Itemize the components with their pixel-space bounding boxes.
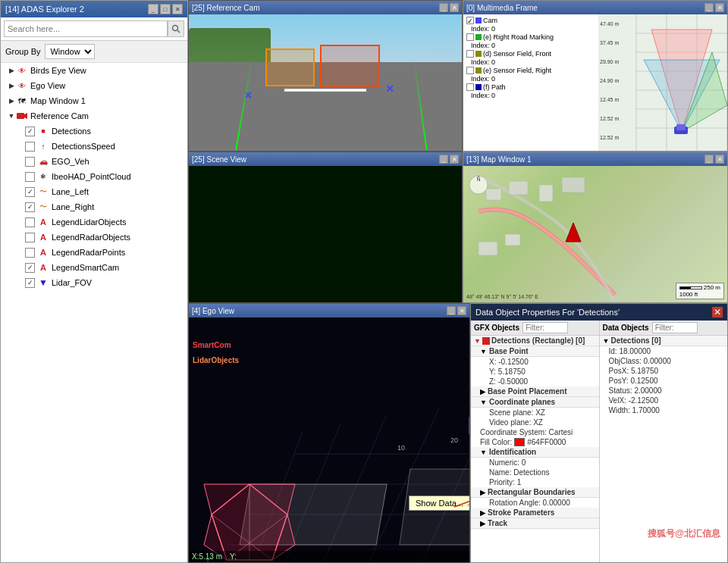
data-expand-det[interactable]: ▼ [603,337,610,345]
show-data-popup[interactable]: Show Data... ↗ [409,496,469,511]
expand-birds-eye[interactable]: ▶ [7,66,16,75]
gfx-name[interactable]: Name: Detections [471,468,599,477]
data-posy[interactable]: PosY: 0.12500 [600,376,728,386]
sidebar-item-ref-cam[interactable]: ▼ Reference Cam [1,108,187,124]
legend-radar-pts-checkbox[interactable] [25,248,35,258]
gfx-video-plane[interactable]: Video plane: XZ [471,418,599,427]
sidebar-item-detections[interactable]: ■ Detections [1,124,187,139]
data-velx[interactable]: VelX: -2.12500 [600,396,728,405]
ego-view-icon: 👁 [16,80,28,92]
gfx-coord-sys[interactable]: Coordinate System: Cartesi [471,427,599,437]
gfx-numeric[interactable]: Numeric: 0 [471,458,599,468]
gfx-expand-stroke[interactable]: ▶ [480,509,485,517]
cam-close[interactable]: ✕ [450,3,459,12]
lidar-fov-checkbox[interactable] [25,278,35,288]
mm-item-sensor-right[interactable]: (e) Sensor Field, Right [465,66,597,75]
minimize-button[interactable]: _ [148,4,158,14]
gfx-filter-input[interactable] [522,322,568,333]
map-minimize[interactable]: _ [704,155,714,164]
data-width[interactable]: Width: 1.70000 [600,405,728,415]
sidebar-item-legend-radar-obj[interactable]: A LegendRadarObjects [1,230,187,245]
gfx-detections-section[interactable]: ▼ Detections (Rectangle) [0] [471,336,599,346]
gfx-identification-section[interactable]: ▼ Identification [471,447,599,458]
gfx-coord-section[interactable]: ▼ Coordinate planes [471,397,599,408]
gfx-stroke-section[interactable]: ▶ Stroke Parameters [471,508,599,518]
legend-smart-checkbox[interactable] [25,263,35,273]
sidebar-item-legend-radar-pts[interactable]: A LegendRadarPoints [1,245,187,260]
detections-speed-checkbox[interactable] [25,142,35,152]
data-obj-class[interactable]: ObjClass: 0.00000 [600,356,728,366]
lane-left-checkbox[interactable] [25,187,35,197]
gfx-track-section[interactable]: ▶ Track [471,518,599,529]
lane-right-checkbox[interactable] [25,202,35,212]
mm-sensor-right-checkbox[interactable] [466,67,474,74]
legend-lidar-checkbox[interactable] [25,217,35,227]
ego-veh-checkbox[interactable] [25,157,35,167]
gfx-y-item[interactable]: Y: 5.18750 [471,367,599,377]
data-filter-input[interactable] [652,322,698,333]
sidebar-item-lane-left[interactable]: 〜 Lane_Left [1,184,187,199]
scene-minimize[interactable]: _ [439,155,448,164]
mm-path-checkbox[interactable] [466,83,474,91]
gfx-expand-bpp[interactable]: ▶ [480,388,485,396]
sidebar-item-lane-right[interactable]: 〜 Lane_Right [1,199,187,214]
gfx-expand-det[interactable]: ▼ [474,337,481,345]
mm-item-cam[interactable]: ✓ Cam [465,16,597,25]
legend-radar-obj-checkbox[interactable] [25,233,35,242]
sensor-svg: 47.40 m 37.45 m 29.90 m 24.90 m 12.45 m … [598,14,727,151]
sidebar-item-legend-lidar[interactable]: A LegendLidarObjects [1,214,187,230]
expand-ref-cam[interactable]: ▼ [7,111,16,120]
gfx-fill-color[interactable]: Fill Color: #64FF0000 [471,437,599,447]
fill-color-swatch[interactable] [514,438,525,446]
mm-item-path[interactable]: (f) Path [465,83,597,92]
mm-item-sensor-front[interactable]: (d) Sensor Field, Front [465,49,597,58]
maximize-button[interactable]: □ [160,4,171,14]
gfx-rotation-angle[interactable]: Rotation Angle: 0.00000 [471,498,599,508]
expand-map-window[interactable]: ▶ [7,96,16,105]
gfx-expand-bp[interactable]: ▼ [480,348,487,355]
gfx-bpp-section[interactable]: ▶ Base Point Placement [471,386,599,397]
gfx-expand-ident[interactable]: ▼ [480,449,487,456]
gfx-expand-track[interactable]: ▶ [480,520,485,527]
search-input[interactable] [4,20,168,37]
scene-close[interactable]: ✕ [450,155,459,164]
gfx-scene-plane[interactable]: Scene plane: XZ [471,408,599,418]
mm-cam-checkbox[interactable]: ✓ [466,17,474,24]
expand-ego-view[interactable]: ▶ [7,81,16,90]
data-detections-section[interactable]: ▼ Detections [0] [600,336,728,346]
props-close-button[interactable]: ✕ [712,307,723,317]
sidebar-item-birds-eye[interactable]: ▶ 👁 Birds Eye View [1,63,187,78]
gfx-rect-bounds-section[interactable]: ▶ Rectangular Boundaries [471,487,599,498]
top-row: [25] Reference Cam _ ✕ [188,0,728,303]
gfx-x-item[interactable]: X: -0.12500 [471,357,599,367]
sidebar-item-ego-veh[interactable]: 🚗 EGO_Veh [1,154,187,169]
gfx-base-point-section[interactable]: ▼ Base Point [471,346,599,357]
data-posx[interactable]: PosX: 5.18750 [600,366,728,376]
ego-close[interactable]: ✕ [457,306,466,315]
map-close[interactable]: ✕ [715,155,724,164]
mm-item-right-road[interactable]: (e) Right Road Marking [465,33,597,42]
gfx-priority[interactable]: Priority: 1 [471,477,599,487]
search-button[interactable] [168,20,184,37]
gfx-z-item[interactable]: Z: -0.50000 [471,377,599,386]
sidebar-item-detections-speed[interactable]: ↑ DetectionsSpeed [1,139,187,154]
data-status[interactable]: Status: 2.00000 [600,386,728,396]
data-id[interactable]: Id: 18.00000 [600,346,728,356]
mm-right-road-checkbox[interactable] [466,33,474,41]
ibeo-had-checkbox[interactable] [25,172,35,182]
ego-minimize[interactable]: _ [447,306,456,315]
sidebar-item-ego-view[interactable]: ▶ 👁 Ego View [1,78,187,93]
gfx-expand-coord[interactable]: ▼ [480,399,487,406]
sidebar-item-legend-smart[interactable]: A LegendSmartCam [1,260,187,275]
gfx-expand-rect[interactable]: ▶ [480,489,485,496]
cam-minimize[interactable]: _ [439,3,448,12]
detections-checkbox[interactable] [25,127,35,136]
close-button[interactable]: ✕ [172,4,183,14]
mm-minimize[interactable]: _ [704,3,714,12]
mm-close[interactable]: ✕ [715,3,724,12]
sidebar-item-ibeo-had[interactable]: ❄ IbeoHAD_PointCloud [1,169,187,184]
sidebar-item-lidar-fov[interactable]: ▼ Lidar_FOV [1,275,187,290]
sidebar-item-map-window[interactable]: ▶ 🗺 Map Window 1 [1,93,187,108]
group-by-select[interactable]: Window Type Name [45,44,95,59]
mm-sensor-front-checkbox[interactable] [466,50,474,58]
